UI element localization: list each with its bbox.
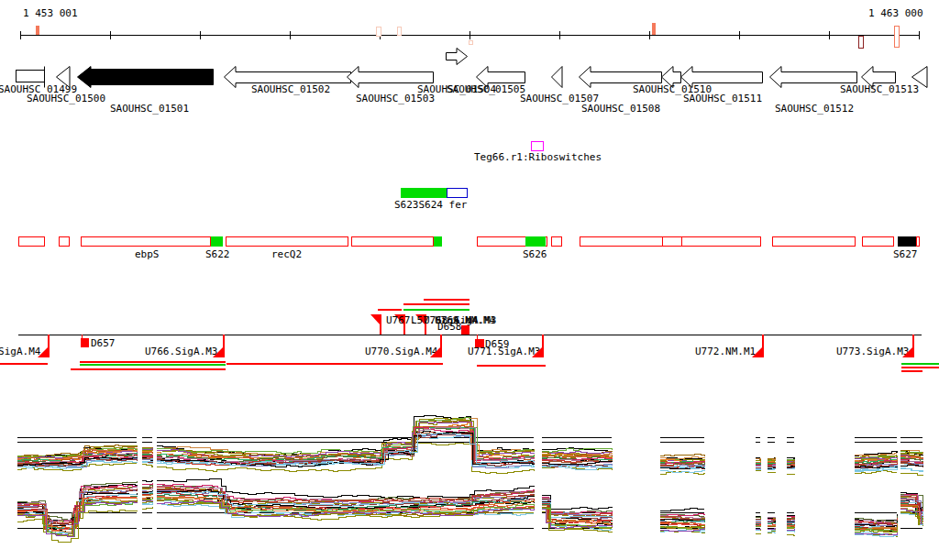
tss-flag-triangle-down[interactable] [430,347,440,357]
tss-coverage-line [403,309,470,311]
gene-arrow-SAOUHSC_01504[interactable] [446,48,469,67]
ruler-end-coordinate: 1 463 000 [868,8,923,18]
srna-fer-label: S623S624 fer [394,200,467,210]
transcript-box[interactable] [351,236,434,247]
tss-flag-triangle-down[interactable] [752,347,762,357]
ruler-tick [829,31,830,39]
ruler-tick [559,31,560,39]
gene-arrow-SAOUHSC_01500[interactable] [56,66,72,90]
transcript-box[interactable] [772,236,856,247]
expression-series-lower [142,507,152,509]
riboswitch-box[interactable] [531,141,544,151]
expression-series-upper [142,465,152,467]
transcript-label: ebpS [135,249,160,259]
tss-flag-triangle-down[interactable] [902,347,912,357]
tss-baseline [18,335,922,335]
tss-label: U773.SigA.M3 [836,346,909,357]
expression-series-upper [142,451,152,452]
tss-flag-pole [912,335,914,357]
tss-coverage-line [80,364,226,366]
transcript-divider [662,236,663,247]
ruler-feature-mark[interactable] [36,26,39,35]
transcript-box[interactable] [18,236,45,247]
gene-label: SAOUHSC_01508 [581,104,660,114]
ruler-feature-mark[interactable] [894,26,900,48]
tss-coverage-line [901,363,939,365]
srna-green-box[interactable] [401,188,447,198]
srna-segment-black[interactable] [898,236,916,247]
tss-d-box[interactable] [475,339,484,347]
tss-d-box[interactable] [81,338,89,347]
srna-segment-green[interactable] [434,236,442,247]
tss-coverage-line [901,367,939,368]
ruler-tick [20,31,21,39]
expression-series-lower [142,480,152,482]
gene-arrow-SAOUHSC_01511[interactable] [680,66,764,90]
ruler-feature-mark[interactable] [858,36,864,49]
expression-series-upper [756,458,760,459]
tss-d-label: D658 [437,322,462,332]
gene-arrow-SAOUHSC_01507[interactable] [551,66,564,90]
gene-label: SAOUHSC_01502 [251,84,330,94]
ruler-start-coordinate: 1 453 001 [23,8,78,18]
ruler-feature-mark[interactable] [397,27,402,36]
tss-coverage-line [378,309,402,311]
transcript-box[interactable] [580,236,761,247]
ruler-feature-mark[interactable] [652,23,656,35]
tss-flag-triangle-down[interactable] [38,347,48,357]
expression-series-upper [142,453,152,454]
tss-flag-pole [542,335,544,357]
expression-series-lower [756,534,760,535]
transcript-label: S626 [523,249,547,259]
tss-label: U766.SigA.M3 [145,346,217,357]
fer-box[interactable] [447,188,468,198]
expression-series-upper [787,474,794,475]
tss-d-label: D659 [485,339,510,349]
expression-series-lower [542,497,612,513]
gene-label: SAOUHSC_01501 [110,104,189,114]
transcript-box[interactable] [81,236,211,247]
transcript-box[interactable] [226,236,348,247]
tss-coverage-line [424,299,470,301]
gene-arrow-SAOUHSC_01501[interactable] [77,66,215,90]
gene-arrow-partial[interactable] [911,66,929,90]
transcript-box[interactable] [551,236,562,247]
gene-label: SAOUHSC_01505 [447,84,525,94]
ruler-tick [290,31,291,39]
tss-flag-triangle-up[interactable] [370,314,381,325]
expression-series-upper [660,455,704,456]
tss-coverage-line [0,363,48,365]
ruler-feature-mark[interactable] [469,40,473,45]
tss-flag-triangle-down[interactable] [532,347,542,357]
srna-segment-green[interactable] [525,236,546,247]
expression-series-upper [900,453,922,454]
gene-label: SAOUHSC_01512 [775,104,854,114]
expression-series-lower [787,532,794,533]
riboswitch-label: Teg66.r1:Riboswitches [474,152,602,162]
expression-series-lower [787,516,794,517]
tss-coverage-line [403,303,470,305]
ruler-feature-mark[interactable] [376,27,381,37]
tss-coverage-line [71,368,226,370]
tss-label: U772.NM.M1 [695,346,756,357]
tss-flag-triangle-down[interactable] [213,347,223,357]
tss-d-box[interactable] [461,325,470,335]
ruler-tick [919,31,920,39]
gene-label: SAOUHSC_01511 [683,93,762,104]
expression-series-lower [542,495,612,510]
ruler-tick [739,31,740,39]
expression-plot[interactable] [0,399,939,560]
srna-segment-green[interactable] [211,236,223,247]
transcript-label: recQ2 [271,249,302,259]
gene-label: SAOUHSC_01513 [840,84,919,94]
tss-coverage-line [80,361,226,363]
tss-label: U770.SigA.M4 [365,346,437,357]
transcript-box-sliver[interactable] [916,236,920,247]
ruler-tick [470,31,470,39]
transcript-box[interactable] [59,236,70,247]
expression-series-lower [768,518,775,519]
expression-series-upper [900,474,922,477]
transcript-divider [681,236,682,247]
transcript-box[interactable] [862,236,894,247]
expression-series-upper [787,457,794,458]
